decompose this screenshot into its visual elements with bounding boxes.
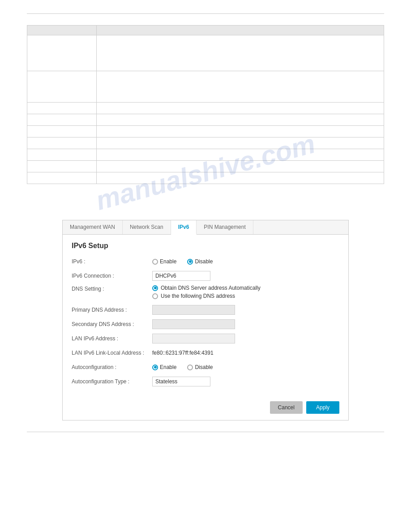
lan-link-local-control: fe80::6231:97ff:fe84:4391 [152, 350, 339, 356]
panel-tabs: Management WAN Network Scan IPv6 PIN Man… [63, 220, 348, 235]
secondary-dns-row: Secondary DNS Address : [72, 319, 339, 330]
autoconfig-disable-group[interactable]: Disable [187, 364, 213, 370]
ipv6-disable-label: Disable [195, 258, 213, 265]
table-cell-value [97, 126, 384, 137]
tab-ipv6[interactable]: IPv6 [171, 220, 197, 235]
tab-pin-management[interactable]: PIN Management [197, 220, 253, 234]
dns-auto-radio[interactable] [152, 285, 158, 291]
top-divider [27, 13, 384, 14]
autoconfig-enable-radio[interactable] [152, 365, 158, 370]
table-row [27, 137, 384, 149]
lan-link-local-row: LAN IPv6 Link-Local Address : fe80::6231… [72, 348, 339, 358]
table-row [27, 35, 384, 71]
autoconfig-type-row: Autoconfiguration Type : Stateless [72, 376, 339, 387]
panel-body: IPv6 Setup IPv6 : Enable Disable IP [63, 235, 348, 397]
table-cell-value [97, 71, 384, 103]
autoconfig-type-control: Stateless [152, 377, 339, 386]
table-cell-label [27, 35, 97, 71]
table-row [27, 161, 384, 172]
ipv6-label: IPv6 : [72, 258, 152, 265]
ipv6-disable-group[interactable]: Disable [187, 258, 213, 265]
autoconfig-disable-label: Disable [195, 364, 213, 370]
lan-link-local-label: LAN IPv6 Link-Local Address : [72, 350, 152, 356]
ipv6-enable-group[interactable]: Enable [152, 258, 176, 265]
dns-control: Obtain DNS Server address Automatically … [152, 285, 339, 301]
table-cell-label [27, 137, 97, 149]
autoconfig-type-select[interactable]: Stateless [152, 377, 210, 386]
autoconfig-control: Enable Disable [152, 364, 339, 370]
table-cell-value [97, 35, 384, 71]
top-section [0, 0, 411, 193]
cancel-button[interactable]: Cancel [270, 401, 303, 414]
dns-row: DNS Setting : Obtain DNS Server address … [72, 285, 339, 301]
table-row [27, 149, 384, 161]
panel-footer: Cancel Apply [63, 397, 348, 420]
table-cell-label [27, 114, 97, 126]
connection-row: IPv6 Connection : DHCPv6 [72, 270, 339, 281]
table-cell-value [97, 172, 384, 184]
data-table [27, 25, 384, 184]
table-cell-value [97, 103, 384, 114]
bottom-divider [27, 432, 384, 432]
connection-select-wrapper: DHCPv6 [152, 271, 210, 281]
secondary-dns-control [152, 319, 339, 329]
lan-link-local-value: fe80::6231:97ff:fe84:4391 [152, 350, 214, 356]
autoconfig-type-label: Autoconfiguration Type : [72, 378, 152, 385]
primary-dns-input[interactable] [152, 305, 235, 315]
dns-option2-group[interactable]: Use the following DNS address [152, 293, 261, 299]
table-row [27, 172, 384, 184]
primary-dns-control [152, 305, 339, 315]
autoconfig-disable-radio[interactable] [187, 365, 193, 370]
table-row [27, 103, 384, 114]
dns-manual-radio[interactable] [152, 293, 158, 299]
table-header-col1 [27, 26, 97, 35]
secondary-dns-input[interactable] [152, 319, 235, 329]
lan-ipv6-control [152, 334, 339, 343]
autoconfig-label: Autoconfiguration : [72, 364, 152, 370]
autoconfig-type-select-wrapper: Stateless [152, 377, 210, 386]
table-cell-label [27, 71, 97, 103]
table-row [27, 126, 384, 137]
table-cell-label [27, 126, 97, 137]
ipv6-panel: Management WAN Network Scan IPv6 PIN Man… [62, 220, 349, 420]
dns-label: DNS Setting : [72, 285, 152, 292]
apply-button[interactable]: Apply [306, 401, 339, 414]
table-cell-value [97, 114, 384, 126]
lan-ipv6-input[interactable] [152, 334, 235, 343]
connection-label: IPv6 Connection : [72, 273, 152, 279]
tab-network-scan[interactable]: Network Scan [123, 220, 171, 234]
tab-management-wan[interactable]: Management WAN [63, 220, 123, 234]
dns-auto-label: Obtain DNS Server address Automatically [161, 285, 261, 291]
autoconfig-row: Autoconfiguration : Enable Disable [72, 362, 339, 373]
secondary-dns-label: Secondary DNS Address : [72, 321, 152, 327]
primary-dns-label: Primary DNS Address : [72, 307, 152, 313]
table-cell-label [27, 103, 97, 114]
table-cell-label [27, 161, 97, 172]
ipv6-disable-radio[interactable] [187, 259, 193, 265]
bottom-section: Management WAN Network Scan IPv6 PIN Man… [0, 211, 411, 446]
lan-ipv6-row: LAN IPv6 Address : [72, 333, 339, 344]
ipv6-enable-label: Enable [160, 258, 176, 265]
autoconfig-enable-group[interactable]: Enable [152, 364, 176, 370]
autoconfig-enable-label: Enable [160, 364, 176, 370]
ipv6-row: IPv6 : Enable Disable [72, 256, 339, 267]
table-row [27, 71, 384, 103]
connection-control: DHCPv6 [152, 271, 339, 281]
dns-option1-group[interactable]: Obtain DNS Server address Automatically [152, 285, 261, 291]
table-cell-label [27, 172, 97, 184]
panel-title: IPv6 Setup [72, 242, 339, 250]
connection-select[interactable]: DHCPv6 [152, 271, 210, 281]
table-cell-value [97, 149, 384, 161]
ipv6-control: Enable Disable [152, 258, 339, 265]
table-row [27, 114, 384, 126]
primary-dns-row: Primary DNS Address : [72, 305, 339, 315]
dns-manual-label: Use the following DNS address [161, 293, 235, 299]
dns-options: Obtain DNS Server address Automatically … [152, 285, 261, 301]
lan-ipv6-label: LAN IPv6 Address : [72, 335, 152, 342]
table-header-col2 [97, 26, 384, 35]
ipv6-enable-radio[interactable] [152, 259, 158, 265]
table-cell-value [97, 137, 384, 149]
table-cell-label [27, 149, 97, 161]
table-row-header [27, 26, 384, 35]
table-cell-value [97, 161, 384, 172]
